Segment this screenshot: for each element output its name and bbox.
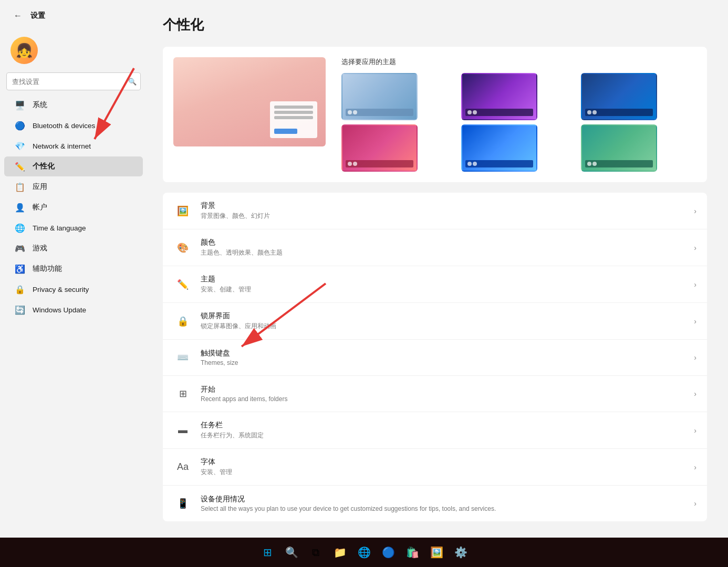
taskbar-start-icon[interactable]: ⊞ <box>257 542 278 563</box>
colors-desc: 主题色、透明效果、颜色主题 <box>201 248 685 257</box>
gaming-icon: 🎮 <box>15 243 25 254</box>
theme-dot <box>587 162 591 166</box>
device_usage-chevron: › <box>694 499 696 508</box>
fonts-chevron: › <box>694 463 696 471</box>
settings-item-colors[interactable]: 🎨颜色主题色、透明效果、颜色主题› <box>163 229 707 266</box>
theme-card-4[interactable] <box>341 124 418 172</box>
system-icon: 🖥️ <box>15 100 25 110</box>
theme-grid-label: 选择要应用的主题 <box>341 57 696 67</box>
sidebar-item-personalization[interactable]: ✏️个性化 <box>4 156 143 176</box>
sidebar-item-bluetooth[interactable]: 🔵Bluetooth & devices <box>4 116 143 135</box>
settings-list: 🖼️背景背景图像、颜色、幻灯片›🎨颜色主题色、透明效果、颜色主题›✏️主题安装、… <box>163 193 707 521</box>
fonts-title: 字体 <box>201 457 685 467</box>
sidebar-item-label-accessibility: 辅助功能 <box>33 264 62 274</box>
taskbar-icon: ▬ <box>173 421 192 440</box>
taskbar-browser-icon[interactable]: 🌐 <box>353 542 375 563</box>
back-button[interactable]: ← <box>11 8 25 23</box>
main-content: 个性化 选择要应用的主题 <box>147 0 728 538</box>
sidebar-item-windows_update[interactable]: 🔄Windows Update <box>4 300 143 320</box>
sidebar-item-gaming[interactable]: 🎮游戏 <box>4 238 143 258</box>
lockscreen-chevron: › <box>694 317 696 326</box>
device_usage-icon: 📱 <box>173 494 192 513</box>
theme-card-2[interactable] <box>461 73 537 120</box>
background-desc: 背景图像、颜色、幻灯片 <box>201 212 685 220</box>
app-title: 设置 <box>30 11 45 20</box>
start-icon: ⊞ <box>173 384 192 403</box>
theme-grid <box>341 73 696 172</box>
sidebar-item-label-time: Time & language <box>33 224 86 232</box>
taskbar-store-icon[interactable]: 🛍️ <box>402 542 423 563</box>
settings-item-background[interactable]: 🖼️背景背景图像、颜色、幻灯片› <box>163 193 707 229</box>
device_usage-text: 设备使用情况Select all the ways you plan to us… <box>201 495 685 512</box>
sidebar-item-apps[interactable]: 📋应用 <box>4 177 143 197</box>
accounts-icon: 👤 <box>15 202 25 213</box>
sidebar-item-accessibility[interactable]: ♿辅助功能 <box>4 259 143 279</box>
background-icon: 🖼️ <box>173 202 192 220</box>
theme-card-3[interactable] <box>581 73 657 120</box>
theme-card-1[interactable] <box>341 73 418 120</box>
sidebar-item-network[interactable]: 💎Network & internet <box>4 136 143 156</box>
colors-icon: 🎨 <box>173 238 192 257</box>
taskbar-search-icon[interactable]: 🔍 <box>281 542 302 563</box>
search-input[interactable] <box>6 72 141 90</box>
sidebar-item-label-accounts: 帐户 <box>33 203 47 212</box>
settings-item-touch_keyboard[interactable]: ⌨️触摸键盘Themes, size› <box>163 340 707 376</box>
theme-layout: 选择要应用的主题 <box>173 57 696 172</box>
settings-item-lockscreen[interactable]: 🔒锁屏界面锁定屏幕图像、应用和动画› <box>163 303 707 340</box>
sidebar-item-label-windows_update: Windows Update <box>33 306 86 314</box>
theme-dot <box>473 110 477 114</box>
search-icon: 🔍 <box>128 78 137 86</box>
sidebar-item-accounts[interactable]: 👤帐户 <box>4 197 143 217</box>
sidebar-item-label-gaming: 游戏 <box>33 244 47 253</box>
user-avatar-section: 👧 <box>0 32 147 72</box>
touch_keyboard-icon: ⌨️ <box>173 348 192 367</box>
settings-item-device_usage[interactable]: 📱设备使用情况Select all the ways you plan to u… <box>163 486 707 521</box>
sidebar: ← 设置 👧 🔍 🖥️系统🔵Bluetooth & devices💎Networ… <box>0 0 147 538</box>
apps-icon: 📋 <box>15 182 25 192</box>
sidebar-item-time[interactable]: 🌐Time & language <box>4 218 143 238</box>
bluetooth-icon: 🔵 <box>15 120 25 131</box>
colors-title: 颜色 <box>201 238 685 247</box>
device_usage-desc: Select all the ways you plan to use your… <box>201 505 685 512</box>
start-chevron: › <box>694 390 696 398</box>
sidebar-item-label-privacy: Privacy & security <box>33 286 89 293</box>
lockscreen-text: 锁屏界面锁定屏幕图像、应用和动画 <box>201 311 685 331</box>
network-icon: 💎 <box>15 141 25 151</box>
sidebar-item-label-apps: 应用 <box>33 182 47 192</box>
taskbar-photos-icon[interactable]: 🖼️ <box>426 542 447 563</box>
time-icon: 🌐 <box>15 223 25 233</box>
touch_keyboard-chevron: › <box>694 353 696 362</box>
lockscreen-desc: 锁定屏幕图像、应用和动画 <box>201 322 685 331</box>
background-text: 背景背景图像、颜色、幻灯片 <box>201 201 685 220</box>
lockscreen-icon: 🔒 <box>173 312 192 331</box>
sidebar-item-system[interactable]: 🖥️系统 <box>4 95 143 115</box>
avatar[interactable]: 👧 <box>11 37 38 64</box>
start-title: 开始 <box>201 385 685 394</box>
taskbar-center: ⊞🔍⧉📁🌐🔵🛍️🖼️⚙️ <box>257 542 471 563</box>
sidebar-item-privacy[interactable]: 🔒Privacy & security <box>4 279 143 299</box>
nav-list: 🖥️系统🔵Bluetooth & devices💎Network & inter… <box>0 94 147 320</box>
settings-item-start[interactable]: ⊞开始Recent apps and items, folders› <box>163 376 707 412</box>
taskbar-settings-icon[interactable]: ⚙️ <box>450 542 471 563</box>
settings-item-themes[interactable]: ✏️主题安装、创建、管理› <box>163 266 707 303</box>
themes-text: 主题安装、创建、管理 <box>201 275 685 294</box>
settings-item-fonts[interactable]: Aa字体安装、管理› <box>163 449 707 486</box>
theme-card-6[interactable] <box>581 124 657 172</box>
taskbar-chevron: › <box>694 426 696 435</box>
taskbar-desc: 任务栏行为、系统固定 <box>201 431 685 440</box>
page-title: 个性化 <box>163 16 707 34</box>
theme-preview[interactable] <box>173 57 326 146</box>
sidebar-item-label-bluetooth: Bluetooth & devices <box>33 122 95 130</box>
taskbar-taskview-icon[interactable]: ⧉ <box>305 542 326 563</box>
settings-item-taskbar[interactable]: ▬任务栏任务栏行为、系统固定› <box>163 412 707 449</box>
personalization-icon: ✏️ <box>15 161 25 172</box>
theme-card-5[interactable] <box>461 124 537 172</box>
touch_keyboard-desc: Themes, size <box>201 359 685 366</box>
preview-line-1 <box>274 106 313 109</box>
sidebar-header: ← 设置 <box>0 0 147 32</box>
taskbar-files-icon[interactable]: 📁 <box>329 542 350 563</box>
themes-title: 主题 <box>201 275 685 284</box>
theme-dot <box>467 162 472 166</box>
taskbar-chrome-icon[interactable]: 🔵 <box>378 542 399 563</box>
device_usage-title: 设备使用情况 <box>201 495 685 504</box>
